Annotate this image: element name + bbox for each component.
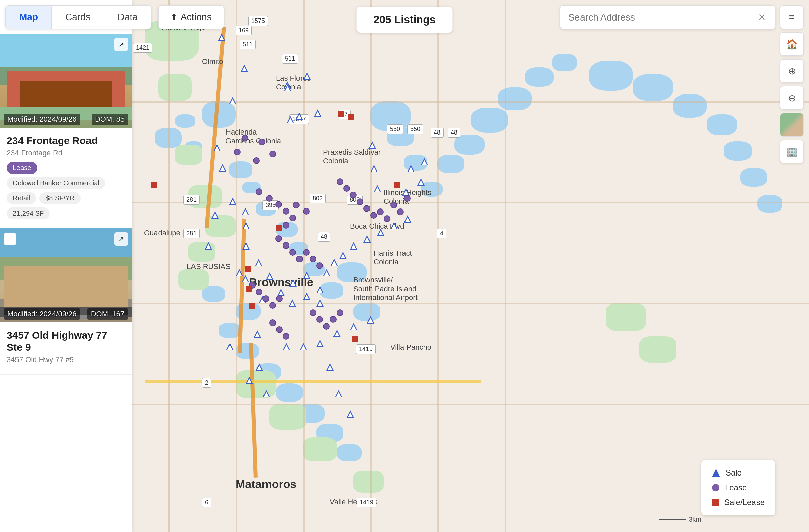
marker-lease[interactable] — [337, 309, 343, 316]
marker-sale[interactable] — [266, 272, 273, 280]
marker-lease[interactable] — [296, 255, 303, 262]
zoom-out-button[interactable]: ⊖ — [780, 86, 804, 110]
marker-sale[interactable] — [350, 242, 357, 249]
marker-lease[interactable] — [269, 319, 276, 326]
marker-sale[interactable] — [323, 269, 330, 277]
card-checkbox-2[interactable] — [4, 233, 16, 245]
marker-sale[interactable] — [390, 222, 398, 229]
marker-lease[interactable] — [256, 288, 262, 295]
property-card-1[interactable]: ↗ Modified: 2024/09/26 DOM: 85 234 Front… — [0, 34, 132, 228]
marker-sale[interactable] — [326, 363, 334, 371]
marker-salelease[interactable] — [394, 182, 400, 188]
marker-sale[interactable] — [287, 116, 294, 123]
marker-lease[interactable] — [256, 188, 262, 195]
marker-lease[interactable] — [303, 249, 310, 255]
marker-sale[interactable] — [303, 272, 310, 279]
marker-sale[interactable] — [284, 84, 291, 91]
marker-salelease[interactable] — [338, 111, 344, 117]
marker-sale[interactable] — [402, 188, 410, 196]
marker-sale[interactable] — [242, 208, 249, 215]
marker-lease[interactable] — [357, 198, 363, 205]
marker-salelease[interactable] — [276, 225, 282, 231]
marker-lease[interactable] — [330, 316, 337, 323]
marker-lease[interactable] — [289, 215, 296, 221]
marker-sale[interactable] — [277, 288, 285, 296]
marker-sale[interactable] — [407, 165, 415, 172]
marker-sale[interactable] — [421, 158, 428, 165]
marker-sale[interactable] — [295, 113, 303, 120]
tab-map[interactable]: Map — [6, 6, 52, 29]
marker-sale[interactable] — [241, 65, 248, 72]
marker-sale[interactable] — [211, 211, 219, 218]
marker-lease[interactable] — [275, 201, 282, 208]
marker-lease[interactable] — [397, 209, 404, 215]
marker-sale[interactable] — [283, 343, 290, 350]
marker-lease[interactable] — [234, 149, 241, 155]
marker-sale[interactable] — [256, 363, 263, 371]
marker-lease[interactable] — [276, 326, 283, 333]
marker-lease[interactable] — [310, 255, 316, 262]
marker-salelease[interactable] — [151, 182, 157, 188]
marker-lease[interactable] — [253, 157, 260, 164]
card-expand-button-1[interactable]: ↗ — [115, 38, 128, 51]
marker-sale[interactable] — [229, 97, 236, 104]
marker-sale[interactable] — [377, 229, 384, 236]
marker-sale[interactable] — [367, 316, 374, 323]
marker-sale[interactable] — [229, 198, 236, 205]
home-button[interactable]: 🏠 — [780, 32, 804, 56]
marker-salelease[interactable] — [352, 336, 358, 342]
marker-salelease[interactable] — [348, 114, 354, 120]
filter-button[interactable]: ≡ — [780, 5, 804, 29]
map-thumbnail[interactable] — [780, 113, 804, 137]
marker-lease[interactable] — [370, 212, 377, 218]
marker-sale[interactable] — [347, 410, 354, 418]
marker-lease[interactable] — [377, 209, 384, 215]
search-clear-button[interactable]: ✕ — [757, 11, 767, 24]
marker-salelease[interactable] — [249, 303, 255, 309]
marker-sale[interactable] — [404, 215, 411, 223]
marker-sale[interactable] — [316, 299, 324, 307]
marker-sale[interactable] — [246, 377, 253, 384]
marker-sale[interactable] — [218, 34, 225, 41]
marker-lease[interactable] — [283, 242, 289, 249]
marker-sale[interactable] — [213, 144, 221, 151]
marker-sale[interactable] — [339, 251, 347, 259]
card-expand-button-2[interactable]: ↗ — [115, 232, 128, 246]
tab-data[interactable]: Data — [104, 6, 151, 29]
marker-lease[interactable] — [384, 215, 390, 222]
marker-lease[interactable] — [390, 202, 397, 209]
marker-sale[interactable] — [333, 330, 341, 337]
marker-lease[interactable] — [269, 302, 276, 309]
marker-lease[interactable] — [310, 309, 316, 316]
marker-lease[interactable] — [404, 195, 411, 202]
marker-sale[interactable] — [303, 292, 310, 300]
marker-sale[interactable] — [254, 330, 261, 338]
search-address-input[interactable] — [568, 12, 757, 23]
marker-sale[interactable] — [255, 259, 262, 266]
marker-lease[interactable] — [283, 333, 289, 340]
marker-lease[interactable] — [262, 295, 269, 302]
marker-lease[interactable] — [293, 202, 299, 209]
marker-sale[interactable] — [289, 299, 296, 307]
marker-sale[interactable] — [314, 109, 321, 117]
marker-sale[interactable] — [330, 259, 338, 266]
marker-lease[interactable] — [363, 205, 370, 212]
marker-lease[interactable] — [269, 150, 276, 157]
marker-lease[interactable] — [275, 235, 282, 242]
marker-sale[interactable] — [374, 185, 381, 192]
actions-button[interactable]: ⬆ Actions — [158, 5, 224, 29]
marker-sale[interactable] — [299, 343, 307, 350]
marker-lease[interactable] — [323, 323, 330, 330]
marker-salelease[interactable] — [245, 266, 251, 272]
marker-lease[interactable] — [289, 249, 296, 255]
marker-sale[interactable] — [219, 164, 226, 172]
marker-sale[interactable] — [236, 269, 243, 277]
marker-sale[interactable] — [316, 340, 324, 347]
marker-lease[interactable] — [283, 208, 289, 215]
zoom-in-button[interactable]: ⊕ — [780, 59, 804, 83]
marker-lease[interactable] — [343, 185, 350, 192]
marker-sale[interactable] — [289, 279, 297, 286]
marker-sale[interactable] — [370, 165, 378, 172]
marker-sale[interactable] — [363, 235, 371, 243]
marker-sale[interactable] — [262, 390, 270, 397]
